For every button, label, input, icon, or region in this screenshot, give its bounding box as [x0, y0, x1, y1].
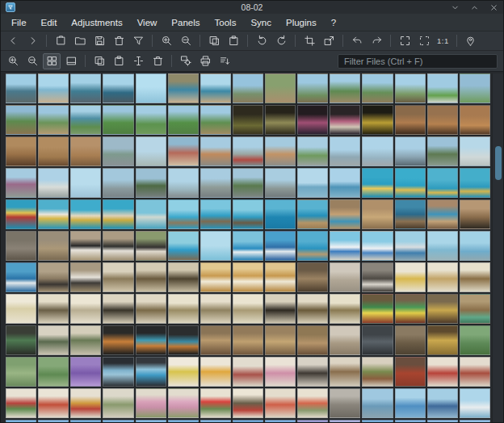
maximize-button[interactable]	[470, 3, 479, 12]
thumbnail[interactable]	[103, 357, 133, 387]
thumbnail[interactable]	[362, 388, 393, 418]
thumbnail[interactable]	[136, 136, 166, 166]
thumbnail[interactable]	[136, 105, 166, 135]
thumbnail[interactable]	[6, 388, 36, 418]
thumbnail[interactable]	[362, 73, 393, 103]
thumbnail[interactable]	[362, 357, 393, 387]
zoom-out-button[interactable]	[177, 33, 195, 49]
thumbnail[interactable]	[362, 168, 393, 198]
thumbnail[interactable]	[6, 168, 36, 198]
thumbnail[interactable]	[200, 73, 231, 103]
filter-button[interactable]	[129, 33, 147, 49]
redo-button[interactable]	[368, 33, 385, 49]
thumbnail[interactable]	[265, 262, 296, 292]
thumbnail[interactable]	[136, 168, 166, 198]
thumbnail[interactable]	[395, 231, 426, 261]
thumbnail[interactable]	[427, 357, 458, 387]
thumbnail[interactable]	[330, 168, 360, 198]
thumbnail[interactable]	[265, 136, 296, 166]
thumbnail[interactable]	[362, 294, 393, 324]
thumbnail[interactable]	[265, 294, 296, 324]
vertical-scrollbar[interactable]	[492, 73, 503, 423]
preview-zoom-in-button[interactable]	[4, 53, 22, 69]
thumbnail[interactable]	[265, 199, 296, 229]
thumbnail[interactable]	[330, 388, 360, 418]
sort-button[interactable]	[216, 53, 233, 69]
print-button[interactable]	[196, 53, 214, 69]
copy-button[interactable]	[205, 33, 223, 49]
thumbnail[interactable]	[265, 357, 296, 387]
thumbnail[interactable]	[168, 105, 199, 135]
thumbnail[interactable]	[330, 199, 360, 229]
rotate-ccw-button[interactable]	[253, 33, 271, 49]
delete-file-button[interactable]	[110, 33, 128, 49]
thumbnail[interactable]	[395, 73, 426, 103]
thumbnail[interactable]	[330, 136, 360, 166]
thumbnail[interactable]	[70, 388, 101, 418]
thumbnail[interactable]	[395, 357, 426, 387]
thumbnail[interactable]	[233, 357, 263, 387]
menu-edit[interactable]: Edit	[34, 15, 65, 30]
thumbnail[interactable]	[265, 73, 296, 103]
thumbnail[interactable]	[70, 168, 101, 198]
thumbnail[interactable]	[6, 294, 36, 324]
thumbnail[interactable]	[233, 325, 263, 355]
thumbnail[interactable]	[38, 420, 69, 423]
thumbnail[interactable]	[136, 420, 166, 423]
thumbnail[interactable]	[136, 294, 166, 324]
frameless-button[interactable]	[415, 33, 433, 49]
thumbnail[interactable]	[103, 420, 133, 423]
thumbnail[interactable]	[103, 325, 133, 355]
thumbnail[interactable]	[103, 199, 133, 229]
thumbnail[interactable]	[265, 168, 296, 198]
thumbnail[interactable]	[168, 294, 199, 324]
thumbnail[interactable]	[70, 294, 101, 324]
menu-help[interactable]: ?	[324, 15, 343, 30]
copy-files-button[interactable]	[90, 53, 108, 69]
thumbnail[interactable]	[103, 73, 133, 103]
thumbnail[interactable]	[233, 199, 263, 229]
thumbnail[interactable]	[200, 357, 231, 387]
thumbnail[interactable]	[38, 73, 69, 103]
thumbnail[interactable]	[362, 262, 393, 292]
thumbnail[interactable]	[6, 420, 36, 423]
thumbnail[interactable]	[460, 199, 490, 229]
thumbnail[interactable]	[233, 231, 263, 261]
grid-view-button[interactable]	[43, 53, 61, 69]
thumbnail[interactable]	[200, 105, 231, 135]
thumbnail[interactable]	[103, 105, 133, 135]
thumbnail[interactable]	[395, 105, 426, 135]
thumbnail[interactable]	[103, 168, 133, 198]
thumbnail[interactable]	[38, 262, 69, 292]
thumbnail[interactable]	[233, 388, 263, 418]
thumbnail[interactable]	[395, 136, 426, 166]
open-folder-button[interactable]	[71, 33, 89, 49]
thumbnail[interactable]	[200, 136, 231, 166]
save-button[interactable]	[90, 33, 108, 49]
actual-size-button[interactable]: 1:1	[435, 33, 452, 49]
thumbnail[interactable]	[233, 136, 263, 166]
thumbnail[interactable]	[460, 388, 490, 418]
thumbnail[interactable]	[70, 73, 101, 103]
fullscreen-button[interactable]	[396, 33, 414, 49]
thumbnail[interactable]	[38, 199, 69, 229]
thumbnail[interactable]	[460, 136, 490, 166]
resize-button[interactable]	[320, 33, 338, 49]
thumbnail[interactable]	[38, 105, 69, 135]
thumbnail[interactable]	[70, 105, 101, 135]
menu-plugins[interactable]: Plugins	[279, 15, 324, 30]
thumbnail[interactable]	[362, 105, 393, 135]
zoom-in-button[interactable]	[158, 33, 175, 49]
thumbnail[interactable]	[38, 357, 69, 387]
thumbnail[interactable]	[362, 325, 393, 355]
thumbnail[interactable]	[460, 168, 490, 198]
thumbnail[interactable]	[395, 420, 426, 423]
thumbnail[interactable]	[38, 136, 69, 166]
menu-panels[interactable]: Panels	[164, 15, 207, 30]
thumbnail[interactable]	[136, 325, 166, 355]
thumbnail[interactable]	[395, 262, 426, 292]
back-button[interactable]	[4, 33, 22, 49]
thumbnail[interactable]	[136, 199, 166, 229]
thumbnail[interactable]	[330, 325, 360, 355]
rename-button[interactable]	[129, 53, 147, 69]
